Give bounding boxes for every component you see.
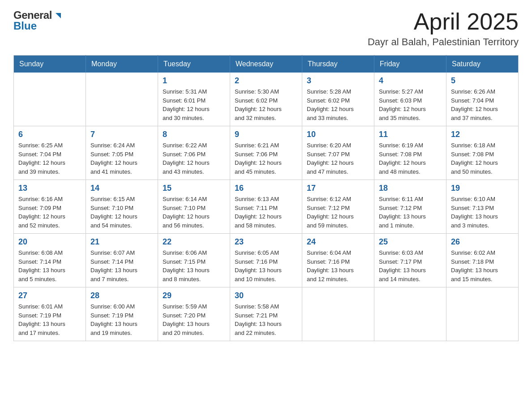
day-info: Sunrise: 6:24 AM Sunset: 7:05 PM Dayligh… [90,141,153,176]
day-info: Sunrise: 5:31 AM Sunset: 6:01 PM Dayligh… [163,87,225,122]
calendar-cell: 11Sunrise: 6:19 AM Sunset: 7:08 PM Dayli… [374,126,446,180]
calendar-cell [302,287,374,341]
calendar-cell: 12Sunrise: 6:18 AM Sunset: 7:08 PM Dayli… [446,126,519,180]
day-number: 24 [307,237,369,247]
calendar-week-4: 20Sunrise: 6:08 AM Sunset: 7:14 PM Dayli… [14,234,519,287]
day-info: Sunrise: 6:03 AM Sunset: 7:17 PM Dayligh… [379,248,442,283]
calendar-cell: 10Sunrise: 6:20 AM Sunset: 7:07 PM Dayli… [302,126,374,180]
day-info: Sunrise: 6:18 AM Sunset: 7:08 PM Dayligh… [451,141,514,176]
calendar-cell: 18Sunrise: 6:11 AM Sunset: 7:12 PM Dayli… [374,180,446,234]
calendar-cell: 20Sunrise: 6:08 AM Sunset: 7:14 PM Dayli… [14,234,86,287]
calendar-cell [86,73,158,126]
day-info: Sunrise: 6:11 AM Sunset: 7:12 PM Dayligh… [379,195,442,230]
calendar-week-5: 27Sunrise: 6:01 AM Sunset: 7:19 PM Dayli… [14,287,519,341]
day-of-week-sunday: Sunday [14,56,86,73]
day-info: Sunrise: 6:26 AM Sunset: 7:04 PM Dayligh… [451,87,514,122]
day-number: 25 [379,237,442,247]
day-of-week-wednesday: Wednesday [230,56,302,73]
calendar-week-2: 6Sunrise: 6:25 AM Sunset: 7:04 PM Daylig… [14,126,519,180]
day-of-week-thursday: Thursday [302,56,374,73]
day-info: Sunrise: 5:59 AM Sunset: 7:20 PM Dayligh… [163,302,225,337]
day-number: 23 [235,237,297,247]
day-number: 26 [451,237,514,247]
day-info: Sunrise: 5:28 AM Sunset: 6:02 PM Dayligh… [307,87,369,122]
day-number: 14 [90,184,153,193]
page-header: General Blue April 2025 Dayr al Balah, P… [13,9,519,48]
calendar-cell: 3Sunrise: 5:28 AM Sunset: 6:02 PM Daylig… [302,73,374,126]
day-info: Sunrise: 6:16 AM Sunset: 7:09 PM Dayligh… [18,195,81,230]
day-number: 22 [163,237,225,247]
day-number: 21 [90,237,153,247]
logo-blue-text: Blue [13,20,37,32]
page-subtitle: Dayr al Balah, Palestinian Territory [368,36,519,48]
calendar-cell: 6Sunrise: 6:25 AM Sunset: 7:04 PM Daylig… [14,126,86,180]
day-info: Sunrise: 6:15 AM Sunset: 7:10 PM Dayligh… [90,195,153,230]
calendar-cell: 19Sunrise: 6:10 AM Sunset: 7:13 PM Dayli… [446,180,519,234]
day-info: Sunrise: 6:22 AM Sunset: 7:06 PM Dayligh… [163,141,225,176]
day-info: Sunrise: 5:30 AM Sunset: 6:02 PM Dayligh… [235,87,297,122]
page-title: April 2025 [368,9,519,34]
day-number: 4 [379,76,442,86]
day-number: 13 [18,184,81,193]
calendar-cell: 7Sunrise: 6:24 AM Sunset: 7:05 PM Daylig… [86,126,158,180]
day-number: 6 [18,130,81,139]
day-number: 5 [451,76,514,86]
calendar-cell: 8Sunrise: 6:22 AM Sunset: 7:06 PM Daylig… [158,126,230,180]
day-info: Sunrise: 6:12 AM Sunset: 7:12 PM Dayligh… [307,195,369,230]
day-number: 2 [235,76,297,86]
calendar-cell: 14Sunrise: 6:15 AM Sunset: 7:10 PM Dayli… [86,180,158,234]
day-info: Sunrise: 6:21 AM Sunset: 7:06 PM Dayligh… [235,141,297,176]
day-info: Sunrise: 6:19 AM Sunset: 7:08 PM Dayligh… [379,141,442,176]
day-number: 8 [163,130,225,139]
day-number: 30 [235,291,297,300]
calendar-cell: 22Sunrise: 6:06 AM Sunset: 7:15 PM Dayli… [158,234,230,287]
day-info: Sunrise: 6:06 AM Sunset: 7:15 PM Dayligh… [163,248,225,283]
day-of-week-monday: Monday [86,56,158,73]
calendar-cell: 2Sunrise: 5:30 AM Sunset: 6:02 PM Daylig… [230,73,302,126]
day-number: 17 [307,184,369,193]
day-info: Sunrise: 6:20 AM Sunset: 7:07 PM Dayligh… [307,141,369,176]
day-number: 18 [379,184,442,193]
day-number: 16 [235,184,297,193]
day-number: 7 [90,130,153,139]
day-of-week-saturday: Saturday [446,56,519,73]
calendar-cell: 23Sunrise: 6:05 AM Sunset: 7:16 PM Dayli… [230,234,302,287]
day-info: Sunrise: 5:58 AM Sunset: 7:21 PM Dayligh… [235,302,297,337]
svg-marker-0 [56,13,61,18]
logo-arrow-icon [54,11,63,20]
calendar-cell: 30Sunrise: 5:58 AM Sunset: 7:21 PM Dayli… [230,287,302,341]
logo: General Blue [13,9,63,32]
day-info: Sunrise: 6:25 AM Sunset: 7:04 PM Dayligh… [18,141,81,176]
calendar-cell: 13Sunrise: 6:16 AM Sunset: 7:09 PM Dayli… [14,180,86,234]
calendar-cell: 25Sunrise: 6:03 AM Sunset: 7:17 PM Dayli… [374,234,446,287]
days-of-week-row: SundayMondayTuesdayWednesdayThursdayFrid… [14,56,519,73]
calendar-cell: 4Sunrise: 5:27 AM Sunset: 6:03 PM Daylig… [374,73,446,126]
day-number: 3 [307,76,369,86]
calendar-table: SundayMondayTuesdayWednesdayThursdayFrid… [13,55,519,341]
calendar-cell: 24Sunrise: 6:04 AM Sunset: 7:16 PM Dayli… [302,234,374,287]
calendar-cell [14,73,86,126]
day-info: Sunrise: 6:10 AM Sunset: 7:13 PM Dayligh… [451,195,514,230]
calendar-cell: 21Sunrise: 6:07 AM Sunset: 7:14 PM Dayli… [86,234,158,287]
calendar-cell: 28Sunrise: 6:00 AM Sunset: 7:19 PM Dayli… [86,287,158,341]
day-of-week-friday: Friday [374,56,446,73]
day-number: 10 [307,130,369,139]
day-number: 12 [451,130,514,139]
calendar-cell: 29Sunrise: 5:59 AM Sunset: 7:20 PM Dayli… [158,287,230,341]
day-info: Sunrise: 6:13 AM Sunset: 7:11 PM Dayligh… [235,195,297,230]
day-info: Sunrise: 6:07 AM Sunset: 7:14 PM Dayligh… [90,248,153,283]
calendar-cell [446,287,519,341]
day-info: Sunrise: 6:04 AM Sunset: 7:16 PM Dayligh… [307,248,369,283]
day-number: 28 [90,291,153,300]
day-info: Sunrise: 6:02 AM Sunset: 7:18 PM Dayligh… [451,248,514,283]
day-number: 9 [235,130,297,139]
day-number: 11 [379,130,442,139]
calendar-week-1: 1Sunrise: 5:31 AM Sunset: 6:01 PM Daylig… [14,73,519,126]
day-number: 20 [18,237,81,247]
calendar-week-3: 13Sunrise: 6:16 AM Sunset: 7:09 PM Dayli… [14,180,519,234]
day-info: Sunrise: 6:14 AM Sunset: 7:10 PM Dayligh… [163,195,225,230]
calendar-cell: 5Sunrise: 6:26 AM Sunset: 7:04 PM Daylig… [446,73,519,126]
calendar-cell: 15Sunrise: 6:14 AM Sunset: 7:10 PM Dayli… [158,180,230,234]
day-number: 1 [163,76,225,86]
day-info: Sunrise: 5:27 AM Sunset: 6:03 PM Dayligh… [379,87,442,122]
